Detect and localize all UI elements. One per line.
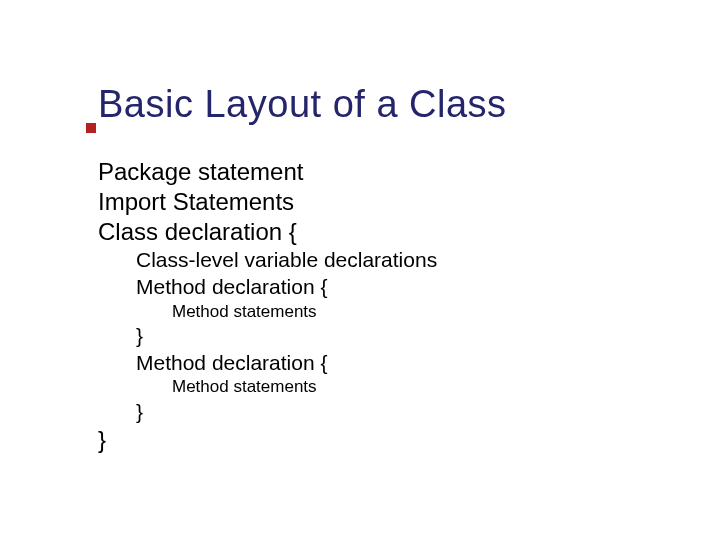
line-class-declaration-open: Class declaration {	[98, 217, 720, 247]
line-method-statements-2: Method statements	[172, 376, 720, 398]
line-import-statements: Import Statements	[98, 187, 720, 217]
title-accent-square	[86, 123, 96, 133]
line-method-statements-1: Method statements	[172, 301, 720, 323]
line-method-close-2: }	[136, 399, 720, 426]
slide: Basic Layout of a Class Package statemen…	[0, 0, 720, 540]
line-package-statement: Package statement	[98, 157, 720, 187]
line-method-declaration-open-1: Method declaration {	[136, 274, 720, 301]
slide-body: Package statement Import Statements Clas…	[98, 157, 720, 456]
title-block: Basic Layout of a Class	[98, 85, 720, 125]
line-class-level-vars: Class-level variable declarations	[136, 247, 720, 274]
slide-title: Basic Layout of a Class	[98, 85, 720, 125]
line-method-close-1: }	[136, 323, 720, 350]
line-class-close: }	[98, 425, 720, 455]
line-method-declaration-open-2: Method declaration {	[136, 350, 720, 377]
